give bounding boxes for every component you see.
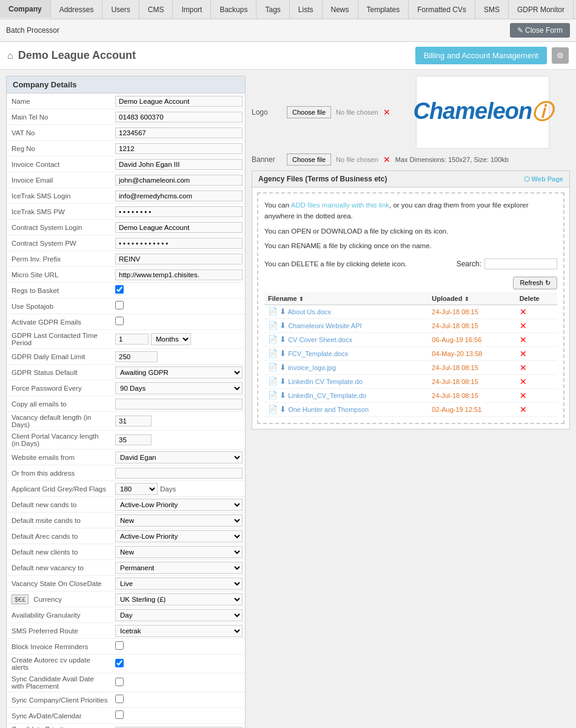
file-download-icon[interactable]: ⬇ [280,349,286,358]
checkbox-sync-company[interactable] [115,695,124,703]
select-default-new-clients[interactable]: New Active [115,546,243,558]
select-avail-gran[interactable]: Day Half Day [115,609,243,621]
file-name-link[interactable]: LinkedIn CV Template.do [288,378,363,385]
tab-sms[interactable]: SMS [475,0,509,19]
billing-button[interactable]: Billing and Account Management [415,47,547,64]
tab-import[interactable]: Import [173,0,211,19]
select-gdpr-period-unit[interactable]: Days Weeks Months Years [151,333,191,345]
tab-templates[interactable]: Templates [358,0,409,19]
close-form-button[interactable]: ✎ Close Form [510,23,570,38]
filename-sort-icon[interactable]: ⇕ [299,296,304,302]
select-gdpr-status[interactable]: Awaiting GDPR Active Inactive [115,366,243,379]
input-client-portal-vacancy[interactable] [115,434,152,445]
checkbox-autorec-cv[interactable] [115,659,124,667]
select-website-emails[interactable]: David Egan [115,451,243,463]
input-gdpr-period-num[interactable] [115,334,149,345]
tab-addresses[interactable]: Addresses [51,0,103,19]
logo-choose-file-button[interactable]: Choose file [287,106,331,118]
tab-tags[interactable]: Tags [256,0,289,19]
file-open-icon[interactable]: 📄 [268,405,278,414]
file-name-link[interactable]: Chameleoni Website API [288,322,361,329]
logo-delete-icon[interactable]: ✕ [383,107,390,117]
select-force-pw[interactable]: 30 Days 60 Days 90 Days Never [115,382,243,394]
tab-formatted-cvs[interactable]: Formatted CVs [409,0,475,19]
tab-backups[interactable]: Backups [211,0,256,19]
file-download-icon[interactable]: ⬇ [280,321,286,330]
tab-cms[interactable]: CMS [139,0,173,19]
file-delete-icon[interactable]: ✕ [520,307,527,317]
file-delete-icon[interactable]: ✕ [520,321,527,331]
label-icetrak-pw: IceTrak SMS PW [7,206,113,217]
file-open-icon[interactable]: 📄 [268,307,278,316]
select-default-arec-cands[interactable]: Active-Low Priority Active-High Priority [115,530,243,542]
file-name-link[interactable]: About Us.docx [288,308,332,315]
file-delete-icon[interactable]: ✕ [520,349,527,359]
file-name-link[interactable]: CV Cover Sheet.docx [288,336,352,343]
tab-gdpr-monitor[interactable]: GDPR Monitor [509,0,574,19]
file-open-icon[interactable]: 📄 [268,335,278,344]
file-download-icon[interactable]: ⬇ [280,335,286,344]
file-open-icon[interactable]: 📄 [268,391,278,400]
search-row: Search: [457,258,557,270]
file-open-icon[interactable]: 📄 [268,377,278,386]
select-default-new-cands[interactable]: Active-Low Priority Active-High Priority… [115,499,243,511]
select-sms-route[interactable]: Icetrak Twilio [115,625,243,637]
input-icetrak-pw[interactable] [115,206,243,217]
file-delete-icon[interactable]: ✕ [520,335,527,345]
file-download-icon[interactable]: ⬇ [280,377,286,386]
select-default-new-vacancy[interactable]: Permanent Contract Temporary [115,562,243,574]
input-invoice-email[interactable] [115,175,243,186]
input-tel[interactable] [115,112,243,123]
checkbox-sync-avdate[interactable] [115,710,124,719]
input-vacancy-length[interactable] [115,416,152,426]
tab-users[interactable]: Users [102,0,139,19]
checkbox-gdpr-emails[interactable] [115,317,124,325]
file-open-icon[interactable]: 📄 [268,349,278,358]
input-vat[interactable] [115,127,243,138]
file-download-icon[interactable]: ⬇ [280,391,286,400]
tab-lists[interactable]: Lists [290,0,323,19]
input-or-from[interactable] [115,468,243,479]
input-invoice-contact[interactable] [115,159,243,170]
select-applicant-flags[interactable]: 180 [115,483,158,495]
file-download-icon[interactable]: ⬇ [280,405,286,414]
select-default-msite-cands[interactable]: New [115,514,243,527]
add-files-link[interactable]: ADD files manually with this link [291,201,389,209]
file-delete-icon[interactable]: ✕ [520,363,527,372]
input-gdpr-daily[interactable] [115,351,158,362]
checkbox-block-invoice[interactable] [115,641,124,650]
file-download-icon[interactable]: ⬇ [280,363,286,372]
select-vacancy-state[interactable]: Live Closed [115,578,243,590]
checkbox-sync-cand-avail[interactable] [115,678,124,686]
input-name[interactable] [115,96,243,107]
file-name-link[interactable]: FCV_Template.docx [288,350,348,357]
settings-icon-button[interactable]: ⚙ [552,47,569,64]
tab-company[interactable]: Company [0,0,51,19]
file-delete-icon[interactable]: ✕ [520,377,527,386]
file-name-link[interactable]: One Hunter and Thompson [288,406,369,413]
input-copy-emails[interactable] [115,399,243,410]
file-delete-icon[interactable]: ✕ [520,391,527,400]
file-name-link[interactable]: LinkedIn_CV_Template.do [288,392,366,399]
file-delete-icon[interactable]: ✕ [520,405,527,414]
input-perm-inv[interactable] [115,254,243,265]
web-page-link[interactable]: ⬡ Web Page [524,175,563,183]
checkbox-spotajob[interactable] [115,301,124,309]
file-open-icon[interactable]: 📄 [268,363,278,372]
input-micro-site[interactable] [115,269,243,280]
checkbox-regs-basket[interactable] [115,285,124,294]
uploaded-sort-icon[interactable]: ⇕ [464,296,469,302]
refresh-button[interactable]: Refresh ↻ [513,277,557,289]
select-currency[interactable]: UK Sterling (£) Euro (€) USD ($) [115,593,243,605]
file-open-icon[interactable]: 📄 [268,321,278,330]
file-name-link[interactable]: invoice_logo.jpg [288,364,336,371]
tab-news[interactable]: News [323,0,358,19]
input-contract-login[interactable] [115,222,243,233]
input-icetrak-login[interactable] [115,190,243,201]
input-contract-pw[interactable] [115,238,243,249]
banner-choose-file-button[interactable]: Choose file [287,153,331,166]
banner-delete-icon[interactable]: ✕ [383,155,390,164]
input-reg[interactable] [115,143,243,154]
file-download-icon[interactable]: ⬇ [280,307,286,316]
search-input[interactable] [484,258,557,269]
